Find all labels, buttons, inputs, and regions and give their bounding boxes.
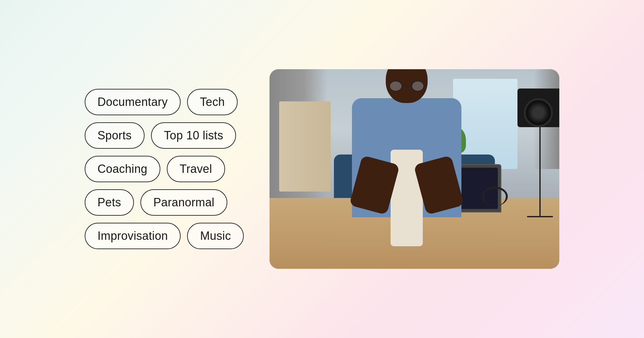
glasses-right-lens xyxy=(411,80,425,92)
tag-coaching[interactable]: Coaching xyxy=(85,156,160,182)
camera-tripod xyxy=(527,127,553,217)
main-container: Documentary Tech Sports Top 10 lists Coa… xyxy=(32,24,612,314)
glasses xyxy=(389,80,424,92)
tag-travel[interactable]: Travel xyxy=(167,156,225,182)
tag-sports[interactable]: Sports xyxy=(85,122,145,149)
tag-top10[interactable]: Top 10 lists xyxy=(151,122,236,149)
tag-improvisation[interactable]: Improvisation xyxy=(85,223,181,249)
image-placeholder xyxy=(270,69,559,269)
tag-documentary[interactable]: Documentary xyxy=(85,89,181,115)
tag-row-1: Documentary Tech xyxy=(85,89,244,115)
hero-image xyxy=(270,69,559,269)
headphones xyxy=(482,187,508,206)
tags-section: Documentary Tech Sports Top 10 lists Coa… xyxy=(85,89,244,249)
tag-tech[interactable]: Tech xyxy=(187,89,238,115)
tag-paranormal[interactable]: Paranormal xyxy=(140,189,227,216)
tag-row-2: Sports Top 10 lists xyxy=(85,122,244,149)
tag-music[interactable]: Music xyxy=(187,223,244,249)
arm-left xyxy=(349,155,400,215)
tag-row-4: Pets Paranormal xyxy=(85,189,244,216)
shelf xyxy=(279,101,331,192)
glasses-left-lens xyxy=(389,80,402,92)
arm-right xyxy=(414,155,464,215)
tag-row-5: Improvisation Music xyxy=(85,223,244,249)
tag-pets[interactable]: Pets xyxy=(85,189,134,216)
person-arms xyxy=(355,159,458,217)
person xyxy=(329,69,484,217)
camera-lens xyxy=(524,98,553,127)
tag-row-3: Coaching Travel xyxy=(85,156,244,182)
glasses-bridge xyxy=(405,86,409,87)
